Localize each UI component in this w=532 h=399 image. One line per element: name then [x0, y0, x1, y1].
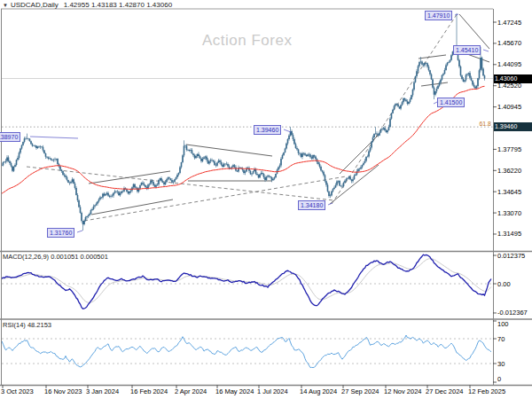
current-price-badge: 1.43060	[494, 74, 532, 83]
y-axis-tick-label[interactable]: 1.36220	[497, 167, 521, 175]
chart-canvas[interactable]	[0, 0, 532, 399]
macd-tick-label[interactable]: -0.012367	[497, 309, 528, 317]
x-axis-date-label[interactable]: 3 Jan 2024	[86, 387, 119, 395]
x-axis-date-label[interactable]: 27 Dec 2024	[426, 387, 464, 395]
macd-tick-label[interactable]: 0.012375	[497, 252, 525, 260]
x-axis-date-label[interactable]: 16 Nov 2023	[44, 387, 82, 395]
x-axis-date-label[interactable]: 2 Apr 2024	[175, 387, 207, 395]
y-axis-tick-label[interactable]: 1.40945	[497, 103, 521, 111]
y-axis-tick-label[interactable]: 1.33070	[497, 209, 521, 217]
macd-tick-label[interactable]: 0.00	[497, 280, 511, 288]
y-axis-tick-label[interactable]: 1.42520	[497, 82, 521, 90]
callout-tail	[77, 231, 82, 232]
rsi-tick-label[interactable]: 70	[497, 335, 505, 343]
price-callout[interactable]: 1.39460	[254, 125, 281, 135]
trading-chart-window: ▼USDCAD,Daily1.42955 1.43183 1.42870 1.4…	[0, 0, 532, 399]
x-axis-date-label[interactable]: 12 Nov 2024	[384, 387, 422, 395]
x-axis-date-label[interactable]: 16 Feb 2024	[130, 387, 168, 395]
y-axis-tick-label[interactable]: 1.47245	[497, 19, 521, 27]
trendline-solid	[419, 55, 446, 59]
rsi-tick-label[interactable]: 100	[497, 320, 509, 328]
chart-title-bar: ▼USDCAD,Daily1.42955 1.43183 1.42870 1.4…	[3, 1, 172, 9]
moving-average-line	[2, 86, 485, 193]
price-callout[interactable]: 1.31760	[47, 228, 74, 238]
price-callout[interactable]: 1.47910	[425, 11, 452, 20]
price-callout[interactable]: 1.45410	[453, 45, 481, 55]
callout-tail	[30, 137, 78, 138]
x-axis-date-label[interactable]: 14 Aug 2024	[300, 387, 337, 395]
price-callout[interactable]: 1.41500	[437, 98, 465, 107]
x-axis-date-label[interactable]: 1 Jul 2024	[257, 387, 288, 395]
fib-price-badge: 1.39460	[494, 122, 532, 131]
rsi-indicator-label: RSI(14) 48.2153	[3, 321, 51, 329]
callout-tail	[284, 129, 291, 132]
y-axis-tick-label[interactable]: 1.37795	[497, 145, 521, 153]
price-callout[interactable]: 1.38970	[0, 132, 20, 142]
ohlc-values: 1.42955 1.43183 1.42870 1.43060	[64, 1, 172, 9]
symbol-period-label: USDCAD,Daily	[11, 1, 59, 9]
callout-tail	[455, 14, 458, 15]
y-axis-tick-label[interactable]: 1.45670	[497, 39, 521, 47]
fib-percent-label: 61.8	[468, 121, 491, 127]
trendline-dashed	[84, 176, 346, 221]
price-callout[interactable]: 1.34180	[298, 200, 325, 210]
symbol-dropdown-icon[interactable]: ▼	[3, 3, 8, 8]
x-axis-date-label[interactable]: 3 Oct 2023	[1, 387, 34, 395]
watermark-text: Action Forex	[202, 32, 292, 50]
x-axis-date-label[interactable]: 12 Feb 2025	[468, 387, 505, 395]
y-axis-tick-label[interactable]: 1.44095	[497, 60, 521, 68]
trendline-solid	[459, 14, 489, 49]
trendline-solid	[421, 82, 448, 86]
y-axis-tick-label[interactable]: 1.31495	[497, 230, 521, 238]
rsi-line	[2, 335, 491, 368]
rsi-tick-label[interactable]: 0	[497, 375, 501, 383]
trendline-solid	[91, 200, 173, 215]
callout-tail	[483, 50, 489, 51]
x-axis-date-label[interactable]: 16 May 2024	[215, 387, 254, 395]
macd-indicator-label: MACD(12,26,9) 0.001051 0.000501	[3, 253, 108, 261]
y-axis-tick-label[interactable]: 1.34645	[497, 188, 521, 196]
rsi-tick-label[interactable]: 30	[497, 360, 505, 368]
x-axis-date-label[interactable]: 27 Sep 2024	[341, 387, 379, 395]
